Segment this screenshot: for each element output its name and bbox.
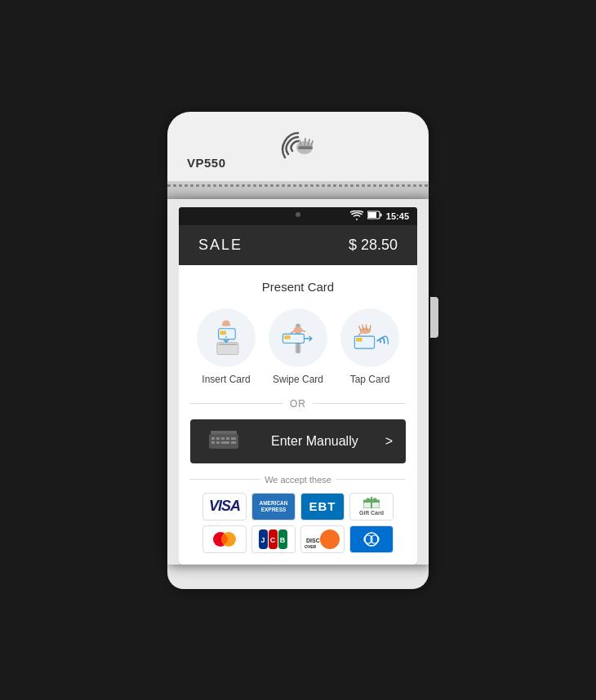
card-row-2: J C B DISC [190, 525, 406, 553]
svg-rect-13 [284, 335, 290, 339]
svg-point-14 [293, 326, 302, 332]
model-label: VP550 [187, 156, 226, 170]
or-line-right [313, 403, 406, 404]
or-line-left [190, 403, 283, 404]
svg-text:C: C [270, 536, 276, 544]
svg-rect-26 [216, 441, 220, 444]
svg-text:B: B [280, 536, 286, 544]
keyboard-icon [203, 431, 244, 452]
side-button[interactable] [430, 297, 438, 338]
printer-slot [167, 181, 429, 199]
or-text: OR [290, 398, 306, 410]
jcb-logo: J C B [251, 525, 296, 553]
svg-text:DISC: DISC [306, 538, 320, 543]
swipe-card-icon-circle [269, 308, 327, 367]
enter-manually-arrow-icon: > [385, 434, 393, 449]
swipe-card-label: Swipe Card [273, 374, 323, 385]
ebt-logo: EBT [300, 493, 345, 521]
svg-point-9 [222, 320, 229, 326]
svg-rect-21 [216, 437, 220, 440]
card-row-1: VISA AMERICANEXPRESS EBT [190, 493, 406, 521]
discover-logo: DISC OVER [300, 525, 345, 553]
insert-card-label: Insert Card [202, 374, 250, 385]
svg-rect-23 [226, 437, 229, 440]
or-divider: OR [190, 398, 406, 410]
svg-rect-28 [231, 441, 236, 444]
device-bottom [167, 565, 429, 589]
sale-label: SALE [198, 237, 242, 254]
screen-wrapper: 15:45 SALE $ 28.50 Present Card [167, 207, 429, 565]
accept-line-left [190, 479, 260, 480]
mastercard-logo [202, 525, 247, 553]
sale-amount: $ 28.50 [349, 237, 398, 254]
svg-rect-31 [371, 497, 372, 508]
insert-card-option[interactable]: Insert Card [197, 308, 256, 385]
camera-dot [296, 212, 300, 217]
time-display: 15:45 [386, 211, 409, 221]
tap-card-icon-circle [340, 308, 399, 367]
gift-card-logo: Gift Card [349, 493, 394, 521]
accept-line-right [336, 479, 406, 480]
svg-rect-44 [355, 529, 388, 550]
screen-content: Present Card [179, 265, 417, 565]
visa-logo: VISA [202, 493, 247, 521]
accept-text: We accept these [265, 475, 331, 485]
device-top: VP550 [167, 112, 429, 181]
card-options: Insert Card [190, 308, 406, 385]
device-body: 15:45 SALE $ 28.50 Present Card [167, 199, 429, 565]
svg-text:OVER: OVER [305, 544, 317, 549]
svg-rect-27 [221, 441, 229, 444]
wifi-icon [350, 210, 363, 222]
svg-rect-8 [220, 330, 226, 334]
diners-logo [349, 525, 394, 553]
svg-rect-22 [221, 437, 225, 440]
insert-card-icon-circle [197, 308, 256, 367]
svg-rect-25 [211, 441, 215, 444]
enter-manually-button[interactable]: Enter Manually > [190, 419, 406, 463]
tap-card-option[interactable]: Tap Card [340, 308, 399, 385]
svg-point-41 [320, 529, 340, 549]
nfc-reader-icon [275, 126, 321, 170]
svg-rect-20 [211, 437, 215, 440]
pos-terminal: VP550 [143, 112, 453, 589]
svg-rect-3 [380, 214, 381, 217]
svg-rect-16 [356, 338, 362, 342]
svg-text:J: J [260, 536, 265, 544]
svg-rect-6 [219, 343, 237, 344]
card-logos: VISA AMERICANEXPRESS EBT [190, 493, 406, 553]
amex-logo: AMERICANEXPRESS [251, 493, 296, 521]
swipe-card-option[interactable]: Swipe Card [269, 308, 327, 385]
svg-rect-19 [211, 431, 237, 434]
tap-card-label: Tap Card [350, 374, 390, 385]
sale-header: SALE $ 28.50 [179, 225, 417, 265]
svg-point-17 [360, 327, 371, 333]
battery-icon [367, 210, 382, 221]
svg-rect-24 [231, 437, 236, 440]
svg-rect-4 [368, 212, 376, 218]
we-accept-divider: We accept these [190, 475, 406, 485]
screen-container: 15:45 SALE $ 28.50 Present Card [179, 207, 417, 565]
present-card-title: Present Card [190, 280, 406, 294]
enter-manually-text: Enter Manually [244, 434, 385, 449]
